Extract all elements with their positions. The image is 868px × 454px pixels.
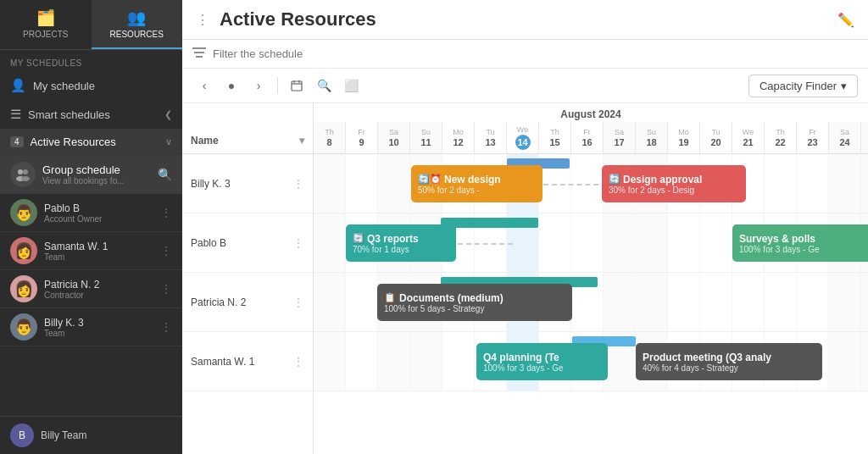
next-btn[interactable]: › [247,74,270,97]
sidebar-person-samanta[interactable]: 👩 Samanta W. 1 Team ⋮ [0,232,182,270]
row-label-samanta: Samanta W. 1 ⋮ [182,332,313,391]
sidebar-bottom: B Billy Team [0,416,182,454]
sidebar-item-smart-schedules[interactable]: ☰ Smart schedules ❮ [0,100,182,129]
task-design-approval[interactable]: 🔄 Design approval 30% for 2 days - Desig [602,165,746,202]
date-col-9: Fr9 [346,122,378,153]
row-label-pablo: Pablo B ⋮ [182,213,313,273]
row-menu-samanta[interactable]: ⋮ [292,355,304,368]
sidebar-person-patricia[interactable]: 👩 Patricia N. 2 Contractor ⋮ [0,270,182,308]
svg-point-1 [23,169,28,174]
team-name: Billy Team [41,429,86,441]
gc-24 [829,154,861,213]
person-menu-patricia[interactable]: ⋮ [160,282,172,296]
person-info-pablo: Pablo B Account Owner [44,202,153,224]
gc-22 [765,154,797,213]
filter-input[interactable] [213,47,858,60]
task-icons-docs: 📋 [384,292,396,303]
date-col-21: We21 [732,122,765,153]
fullscreen-btn[interactable]: ⬜ [339,74,363,97]
person-info-samanta: Samanta W. 1 Team [44,241,153,262]
zoom-btn[interactable]: 🔍 [312,74,336,97]
capacity-finder-label: Capacity Finder [760,80,837,92]
avatar-patricia: 👩 [10,275,37,302]
prev-btn[interactable]: ‹ [192,74,216,97]
resources-icon: 👥 [127,8,146,27]
task-sub-q3: 70% for 1 days [353,245,449,254]
gantt-row-patricia: 📋 Documents (medium) 100% for 5 days - S… [314,273,868,332]
today-btn[interactable]: ● [220,74,243,97]
sidebar-person-billy[interactable]: 👨 Billy K. 3 Team ⋮ [0,308,182,346]
page-title: Active Resources [220,8,827,30]
task-title-docs: Documents (medium) [399,292,504,304]
schedule-left: Name ▾ Billy K. 3 ⋮ Pablo B ⋮ Patricia N… [182,103,314,454]
person-name-samanta: Samanta W. 1 [44,241,153,252]
collapse-btn[interactable]: ▾ [299,135,304,147]
row-menu-billy[interactable]: ⋮ [292,177,304,191]
date-col-14: We14 [507,122,539,153]
task-q3-reports[interactable]: 🔄 Q3 reports 70% for 1 days [346,224,456,262]
task-icons-approval: 🔄 [609,174,620,185]
menu-icon[interactable]: ⋮ [196,12,209,28]
sidebar-item-active-resources[interactable]: 4 Active Resources ∨ [0,129,182,155]
sidebar-person-pablo[interactable]: 👨 Pablo B Account Owner ⋮ [0,194,182,232]
active-resources-badge: 4 [10,136,24,147]
task-sub-q4: 100% for 3 days - Ge [483,363,601,373]
task-sub-surveys: 100% for 3 days - Ge [739,245,865,254]
svg-point-3 [21,176,30,181]
row-menu-pablo[interactable]: ⋮ [292,236,304,250]
person-info-billy: Billy K. 3 Team [44,317,153,338]
smart-schedules-label: Smart schedules [28,108,110,121]
date-col-23: Fr23 [797,122,829,153]
gc-10 [378,154,410,213]
person-role-samanta: Team [44,252,153,262]
active-resources-label: Active Resources [31,136,116,148]
tab-resources[interactable]: 👥 RESOURCES [92,0,183,49]
date-col-11: Su11 [410,122,442,153]
capacity-finder-btn[interactable]: Capacity Finder ▾ [748,75,858,97]
date-col-22: Th22 [765,122,797,153]
top-bar: ⋮ Active Resources ✏️ [182,0,868,40]
task-title-approval: Design approval [623,174,702,185]
gantt-rows: 🔄⏰ New design 50% for 2 days - 🔄 Design … [314,154,868,454]
sidebar-item-my-schedule[interactable]: 👤 My schedule [0,71,182,100]
person-menu-pablo[interactable]: ⋮ [160,206,172,219]
task-surveys[interactable]: Surveys & polls 100% for 3 days - Ge [732,224,868,262]
task-documents[interactable]: 📋 Documents (medium) 100% for 5 days - S… [377,284,572,321]
task-new-design[interactable]: 🔄⏰ New design 50% for 2 days - [411,165,542,202]
person-menu-samanta[interactable]: ⋮ [160,244,172,257]
main-content: ⋮ Active Resources ✏️ ‹ ● › 🔍 [182,0,868,454]
group-schedule-title: Group schedule [42,163,151,176]
row-name-samanta: Samanta W. 1 [191,356,254,368]
row-menu-patricia[interactable]: ⋮ [292,296,304,309]
schedule-right: August 2024 Th8 Fr9 Sa10 Su11 Mo12 Tu13 … [314,103,868,454]
row-label-patricia: Patricia N. 2 ⋮ [182,273,313,332]
schedule-area: Name ▾ Billy K. 3 ⋮ Pablo B ⋮ Patricia N… [182,103,868,454]
date-cols: Th8 Fr9 Sa10 Su11 Mo12 Tu13 We14 Th15 Fr… [314,122,868,153]
task-title-q4: Q4 planning (Te [483,352,601,363]
person-role-billy: Team [44,329,153,338]
filter-bar [182,40,868,69]
toolbar: ‹ ● › 🔍 ⬜ Capacity Finder ▾ [182,69,868,103]
date-col-19: Mo19 [668,122,700,153]
filter-icon[interactable] [192,47,206,61]
group-schedule-item[interactable]: Group schedule View all bookings fo... 🔍 [0,155,182,194]
person-info-patricia: Patricia N. 2 Contractor [44,279,153,300]
person-menu-billy[interactable]: ⋮ [160,320,172,334]
group-schedule-text: Group schedule View all bookings fo... [42,163,151,185]
group-icon [10,162,36,187]
task-sub-new-design: 50% for 2 days - [418,185,536,195]
gc-8 [314,154,346,213]
avatar-samanta: 👩 [10,237,37,264]
person-icon: 👤 [10,78,26,93]
row-name-pablo: Pablo B [191,237,226,249]
search-icon[interactable]: 🔍 [158,168,172,181]
tab-projects[interactable]: 🗂️ PROJECTS [0,0,92,49]
avatar-pablo: 👨 [10,199,37,226]
calendar-btn[interactable] [285,74,309,97]
task-sub-docs: 100% for 5 days - Strategy [384,304,565,313]
task-q4-planning[interactable]: Q4 planning (Te 100% for 3 days - Ge [476,343,608,380]
date-col-8: Th8 [314,122,346,153]
tab-resources-label: RESOURCES [110,30,164,39]
edit-icon[interactable]: ✏️ [837,12,854,28]
task-product-meeting[interactable]: Product meeting (Q3 analy 40% for 4 days… [636,343,822,380]
